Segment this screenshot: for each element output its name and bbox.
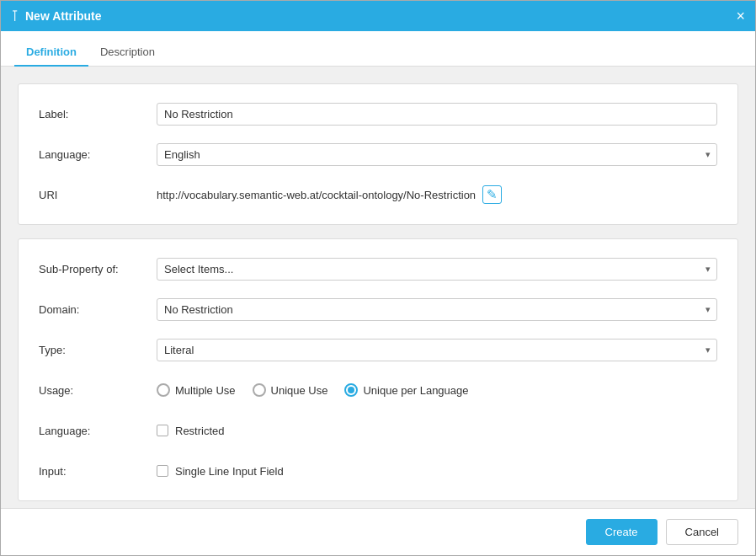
domain-field-value: No Restriction ▾ [157, 298, 717, 321]
subproperty-field-row: Sub-Property of: Select Items... ▾ [39, 256, 717, 281]
usage-unique-radio[interactable] [253, 383, 266, 397]
language-restricted-checkbox-item[interactable]: Restricted [157, 425, 717, 437]
section-advanced-info: Sub-Property of: Select Items... ▾ Domai… [18, 238, 738, 501]
domain-field-row: Domain: No Restriction ▾ [39, 297, 717, 322]
usage-multiple-label: Multiple Use [175, 384, 236, 397]
tab-definition[interactable]: Definition [14, 39, 88, 67]
usage-multiple-radio[interactable] [157, 383, 170, 397]
usage-field-row: Usage: Multiple Use Unique Use [39, 377, 717, 403]
language-select-wrapper: English German French Spanish ▾ [157, 143, 717, 166]
footer: Create Cancel [1, 508, 755, 555]
input-field-row: Input: Single Line Input Field [39, 458, 717, 484]
usage-unique-per-lang-radio[interactable] [344, 383, 358, 397]
subproperty-select[interactable]: Select Items... [157, 258, 717, 281]
usage-unique-label: Unique Use [271, 384, 328, 397]
type-select-wrapper: Literal String Integer Float Boolean Dat… [157, 339, 717, 361]
app-icon: ⊺ [11, 7, 19, 25]
usage-radio-group: Multiple Use Unique Use Unique per Langu… [157, 383, 717, 397]
domain-field-label: Domain: [39, 303, 157, 316]
usage-unique-option[interactable]: Unique Use [253, 383, 328, 397]
usage-unique-per-lang-option[interactable]: Unique per Language [344, 383, 468, 397]
content-area: Label: Language: English German French S… [1, 67, 755, 508]
label-field-value [157, 103, 717, 126]
input-checkbox[interactable] [157, 465, 168, 477]
type-select[interactable]: Literal String Integer Float Boolean Dat… [157, 339, 717, 361]
type-field-value: Literal String Integer Float Boolean Dat… [157, 339, 717, 361]
dialog-title: New Attribute [25, 9, 101, 23]
language-field-row: Language: English German French Spanish … [39, 142, 717, 167]
input-checkbox-item[interactable]: Single Line Input Field [157, 465, 717, 478]
subproperty-field-label: Sub-Property of: [39, 263, 157, 275]
language-restricted-checkbox[interactable] [157, 425, 168, 436]
domain-select[interactable]: No Restriction [157, 298, 717, 321]
uri-edit-button[interactable]: ✎ [482, 185, 502, 204]
title-bar: ⊺ New Attribute × [1, 1, 755, 31]
language-restricted-field-row: Language: Restricted [39, 418, 717, 443]
usage-field-value: Multiple Use Unique Use Unique per Langu… [157, 383, 717, 397]
language-restricted-field-value: Restricted [157, 425, 717, 437]
type-field-label: Type: [39, 344, 157, 356]
subproperty-select-wrapper: Select Items... ▾ [157, 258, 717, 281]
input-checkbox-label: Single Line Input Field [175, 465, 284, 478]
language-select[interactable]: English German French Spanish [157, 143, 717, 166]
type-field-row: Type: Literal String Integer Float Boole… [39, 337, 717, 362]
uri-row: http://vocabulary.semantic-web.at/cockta… [157, 185, 717, 204]
input-field-value: Single Line Input Field [157, 465, 717, 478]
usage-unique-per-lang-label: Unique per Language [363, 384, 468, 397]
close-button[interactable]: × [736, 8, 745, 24]
section-basic-info: Label: Language: English German French S… [18, 83, 738, 225]
uri-text: http://vocabulary.semantic-web.at/cockta… [157, 189, 476, 201]
uri-field-row: URI http://vocabulary.semantic-web.at/co… [39, 182, 717, 207]
usage-multiple-option[interactable]: Multiple Use [157, 383, 236, 397]
create-button[interactable]: Create [586, 519, 658, 545]
language-restricted-label: Restricted [175, 425, 225, 437]
cancel-button[interactable]: Cancel [666, 519, 738, 545]
language-restricted-field-label: Language: [39, 425, 157, 437]
new-attribute-dialog: ⊺ New Attribute × Definition Description… [0, 0, 756, 556]
title-bar-left: ⊺ New Attribute [11, 7, 101, 25]
usage-field-label: Usage: [39, 384, 157, 397]
label-input[interactable] [157, 103, 717, 126]
tab-description[interactable]: Description [88, 39, 167, 67]
language-field-label: Language: [39, 148, 157, 161]
language-field-value: English German French Spanish ▾ [157, 143, 717, 166]
tab-bar: Definition Description [1, 31, 755, 67]
input-field-label: Input: [39, 465, 157, 478]
subproperty-field-value: Select Items... ▾ [157, 258, 717, 281]
domain-select-wrapper: No Restriction ▾ [157, 298, 717, 321]
label-field-label: Label: [39, 108, 157, 120]
label-field-row: Label: [39, 101, 717, 126]
uri-field-value: http://vocabulary.semantic-web.at/cockta… [157, 185, 717, 204]
uri-field-label: URI [39, 189, 157, 201]
